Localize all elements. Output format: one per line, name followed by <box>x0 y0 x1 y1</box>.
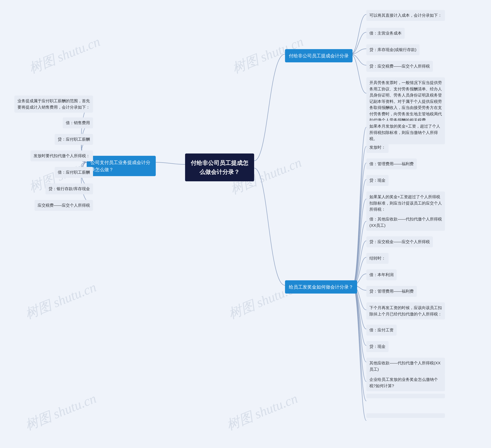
watermark: 树图 shutu.cn <box>26 33 103 77</box>
leaf-r2-10[interactable]: 下个月再发工资的时候，应该向该员工扣除掉上个月已经代扣代缴的个人所得税： <box>366 302 445 319</box>
watermark: 树图 shutu.cn <box>22 278 99 323</box>
leaf-left-5[interactable]: 贷：银行存款/库存现金 <box>46 183 93 194</box>
watermark: 树图 shutu.cn <box>22 390 99 434</box>
leaf-r2-3[interactable]: 贷：现金 <box>366 175 388 186</box>
leaf-left-6[interactable]: 应交税费——应交个人所得税 <box>35 200 93 211</box>
leaf-r1-1[interactable]: 借：主营业务成本 <box>366 28 405 39</box>
watermark: 树图 shutu.cn <box>224 390 300 434</box>
leaf-r2-15[interactable] <box>366 394 445 398</box>
leaf-r2-1[interactable]: 发放时： <box>366 142 388 153</box>
leaf-left-0[interactable]: 业务提成属于应付职工薪酬的范围，首先要将提成计入销售费用，会计分录如下： <box>14 95 93 113</box>
leaf-r2-7[interactable]: 结转时： <box>366 253 388 264</box>
leaf-r2-13[interactable]: 其他应收款——代扣代缴个人所得税(XX员工) <box>366 358 445 375</box>
leaf-r2-11[interactable]: 借：应付工资 <box>366 325 397 335</box>
leaf-r2-12[interactable]: 贷：现金 <box>366 341 388 352</box>
leaf-r2-2[interactable]: 借：管理费用——福利费 <box>366 159 417 169</box>
leaf-r2-9[interactable]: 贷：管理费用——福利费 <box>366 286 417 297</box>
leaf-r2-8[interactable]: 借：本年利润 <box>366 269 397 280</box>
leaf-r1-4[interactable]: 开具劳务发票时，一般情况下应当提供劳务用工协议、支付劳务报酬清单、经办人员身份证… <box>366 77 445 126</box>
leaf-r1-2[interactable]: 贷：库存现金(或银行存款) <box>366 44 419 55</box>
branch-right-1[interactable]: 付给非公司员工提成会计分录 <box>285 49 352 62</box>
mindmap-root[interactable]: 付给非公司员工提成怎么做会计分录？ <box>185 153 254 181</box>
leaf-left-2[interactable]: 贷：应付职工薪酬 <box>55 134 93 145</box>
leaf-r2-4[interactable]: 如果某人的奖金+工资超过了个人所得税扣除标准，则应当计提该员工的应交个人所得税： <box>366 191 445 215</box>
leaf-left-3[interactable]: 发放时要代扣代缴个人所得税： <box>30 150 93 161</box>
leaf-r1-3[interactable]: 贷：应交税费——应交个人所得税 <box>366 61 433 72</box>
branch-left[interactable]: 公司支付员工业务提成会计分录怎么做？ <box>87 156 156 176</box>
branch-right-2[interactable]: 给员工发奖金如何做会计分录？ <box>285 280 357 294</box>
leaf-r2-5[interactable]: 借：其他应收款——代扣代缴个人所得税(XX员工) <box>366 214 445 231</box>
leaf-r2-16[interactable] <box>366 413 445 418</box>
leaf-r2-6[interactable]: 贷：应交税金——应交个人所得税 <box>366 236 433 247</box>
leaf-left-4[interactable]: 借：应付职工薪酬 <box>55 167 93 178</box>
leaf-r2-0[interactable]: 如果本月发放的奖金+工资，超过了个人所得税扣除标准，则应当缴纳个人所得税。 <box>366 121 445 144</box>
leaf-r2-14[interactable]: 企业给员工发放的业务奖金怎么缴纳个税?如何计算? <box>366 374 445 391</box>
leaf-left-1[interactable]: 借：销售费用 <box>63 117 93 128</box>
leaf-r1-0[interactable]: 可以将其直接计入成本，会计分录如下： <box>366 10 445 21</box>
